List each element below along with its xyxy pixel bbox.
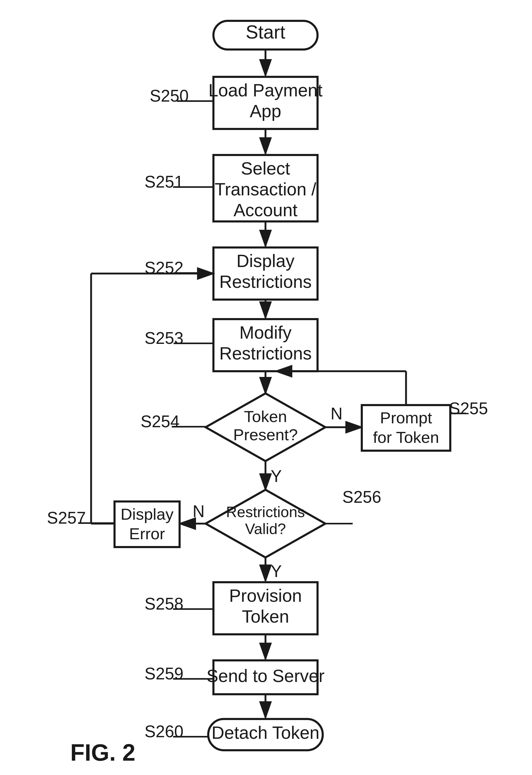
svg-text:Valid?: Valid? (245, 520, 286, 537)
svg-text:Display: Display (237, 251, 295, 271)
start-label: Start (246, 22, 285, 42)
svg-text:N: N (193, 502, 205, 521)
svg-text:Token: Token (244, 407, 287, 425)
svg-text:Select: Select (241, 158, 290, 178)
s250-ref: S250 (150, 86, 188, 105)
svg-text:Y: Y (271, 562, 282, 580)
svg-text:N: N (331, 404, 343, 423)
svg-text:Restrictions: Restrictions (219, 343, 312, 363)
svg-text:Error: Error (129, 525, 165, 542)
svg-text:Prompt: Prompt (380, 409, 432, 427)
svg-text:App: App (250, 101, 281, 121)
s251-ref: S251 (144, 172, 183, 191)
svg-text:Restrictions: Restrictions (226, 503, 305, 520)
svg-text:Detach Token: Detach Token (212, 723, 320, 742)
fig-label: FIG. 2 (70, 740, 135, 766)
s260-ref: S260 (144, 722, 183, 741)
s250-label: Load Payment (208, 80, 323, 100)
svg-text:Send to Server: Send to Server (206, 666, 325, 686)
s256-ref: S256 (342, 488, 381, 506)
svg-text:Display: Display (121, 505, 173, 523)
s253-ref: S253 (144, 329, 183, 348)
s258-ref: S258 (144, 595, 183, 613)
svg-text:Account: Account (233, 200, 297, 220)
s259-ref: S259 (144, 664, 183, 683)
s255-ref: S255 (449, 399, 488, 418)
flowchart-container: Start Load Payment App S250 Select Trans… (0, 0, 532, 775)
svg-text:Transaction /: Transaction / (215, 179, 316, 199)
svg-text:Provision: Provision (229, 586, 302, 606)
svg-text:Y: Y (271, 467, 282, 485)
svg-text:Restrictions: Restrictions (219, 272, 312, 292)
svg-text:for Token: for Token (373, 428, 439, 446)
s257-ref: S257 (47, 508, 86, 527)
svg-text:Token: Token (242, 607, 289, 626)
svg-text:Modify: Modify (239, 323, 292, 342)
svg-text:Present?: Present? (233, 426, 298, 444)
s254-ref: S254 (141, 412, 179, 431)
